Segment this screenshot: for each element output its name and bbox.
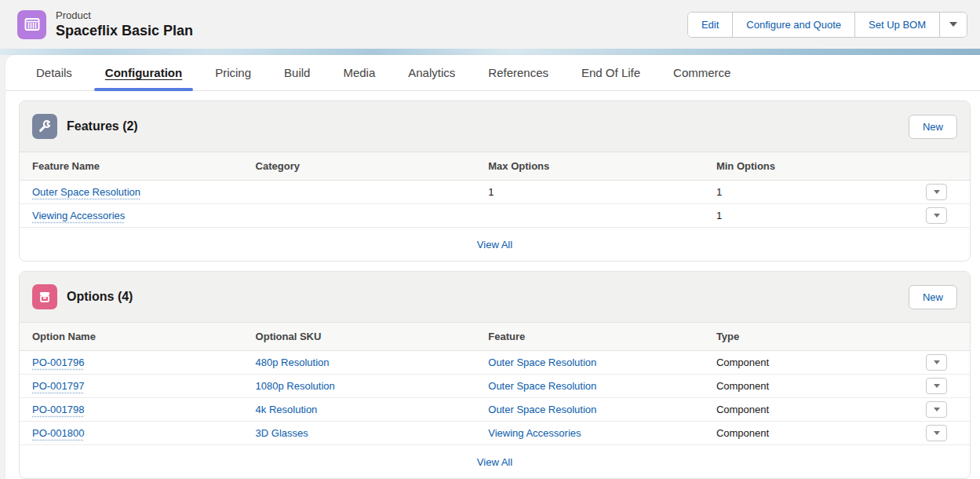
tab-build[interactable]: Build [268,55,326,90]
features-col-min-options: Min Options [704,152,926,181]
option-link[interactable]: PO-001796 [32,357,85,368]
record-tab-bar: Details Configuration Pricing Build Medi… [5,55,980,91]
tab-details[interactable]: Details [20,55,89,90]
chevron-down-icon [934,408,940,411]
chevron-down-icon [934,214,940,218]
record-type-label: Product [56,9,193,22]
table-row: Outer Space Resolution 1 1 [20,181,970,204]
row-actions-button[interactable] [926,354,947,371]
option-feature-link[interactable]: Outer Space Resolution [488,404,596,415]
chevron-down-icon [934,360,940,364]
option-link[interactable]: PO-001800 [32,427,85,439]
main-panel: Details Configuration Pricing Build Medi… [5,55,980,479]
options-col-optional-sku: Optional SKU [243,323,476,351]
features-table: Feature Name Category Max Options Min Op… [20,152,970,227]
option-type: Component [704,422,926,445]
set-up-bom-button[interactable]: Set Up BOM [855,13,940,37]
features-related-list: Features (2) New Feature Name Category M… [19,101,971,261]
option-link[interactable]: PO-001797 [32,380,85,392]
options-new-button[interactable]: New [909,285,957,309]
chevron-down-icon [934,431,940,435]
tab-end-of-life[interactable]: End Of Life [565,55,657,90]
features-view-all-link[interactable]: View All [477,239,512,250]
tab-commerce[interactable]: Commerce [657,55,747,90]
options-col-option-name: Option Name [20,323,243,351]
background-banner [0,49,980,55]
options-view-all-link[interactable]: View All [477,456,512,468]
row-actions-button[interactable] [926,401,947,418]
table-row: PO-001796 480p Resolution Outer Space Re… [20,351,970,375]
features-col-feature-name: Feature Name [20,152,243,181]
options-col-feature: Feature [475,323,704,351]
feature-category [243,181,476,204]
row-actions-button[interactable] [926,378,947,394]
options-table: Option Name Optional SKU Feature Type PO… [20,322,970,444]
page-title: Spaceflix Basic Plan [56,22,193,39]
feature-link[interactable]: Outer Space Resolution [32,186,140,198]
edit-button[interactable]: Edit [688,13,733,37]
optional-sku-link[interactable]: 4k Resolution [256,404,318,415]
options-related-list: Options (4) New Option Name Optional SKU… [19,271,971,479]
row-actions-button[interactable] [926,425,947,441]
features-col-category: Category [243,152,476,181]
option-feature-link[interactable]: Viewing Accessories [488,427,581,439]
configure-and-quote-button[interactable]: Configure and Quote [733,13,855,37]
features-title: Features (2) [67,119,138,133]
feature-max-options: 1 [475,181,704,204]
optional-sku-link[interactable]: 1080p Resolution [256,380,335,392]
table-row: PO-001800 3D Glasses Viewing Accessories… [20,422,970,445]
options-col-type: Type [704,323,926,351]
feature-max-options [475,204,704,228]
options-list-icon [32,284,57,309]
tab-configuration[interactable]: Configuration [89,55,199,90]
features-new-button[interactable]: New [909,115,957,139]
option-feature-link[interactable]: Outer Space Resolution [488,357,596,368]
product-entity-icon [17,10,46,39]
tab-media[interactable]: Media [326,55,392,90]
features-list-icon [32,114,57,139]
option-type: Component [704,351,926,375]
chevron-down-icon [949,22,957,27]
optional-sku-link[interactable]: 480p Resolution [256,357,330,368]
table-row: Viewing Accessories 1 [20,204,970,228]
table-row: PO-001797 1080p Resolution Outer Space R… [20,375,970,398]
header-action-bar: Edit Configure and Quote Set Up BOM [687,12,967,38]
options-title: Options (4) [67,290,133,304]
row-actions-button[interactable] [926,184,947,200]
wrench-icon [38,119,52,133]
optional-sku-link[interactable]: 3D Glasses [256,427,308,439]
feature-link[interactable]: Viewing Accessories [32,210,125,221]
tab-analytics[interactable]: Analytics [392,55,472,90]
feature-min-options: 1 [704,204,926,228]
feature-category [243,204,476,228]
table-row: PO-001798 4k Resolution Outer Space Reso… [20,398,970,422]
option-feature-link[interactable]: Outer Space Resolution [488,380,596,392]
row-actions-button[interactable] [926,207,947,224]
option-type: Component [704,375,926,398]
record-header: Product Spaceflix Basic Plan Edit Config… [0,0,980,49]
product-icon [24,16,41,33]
option-type: Component [704,398,926,422]
tab-references[interactable]: References [472,55,565,90]
features-col-max-options: Max Options [475,152,704,181]
more-actions-button[interactable] [940,13,967,37]
chevron-down-icon [934,384,940,388]
feature-min-options: 1 [704,181,926,204]
box-icon [38,290,52,304]
chevron-down-icon [934,190,940,194]
tab-pricing[interactable]: Pricing [199,55,268,90]
option-link[interactable]: PO-001798 [32,404,85,415]
